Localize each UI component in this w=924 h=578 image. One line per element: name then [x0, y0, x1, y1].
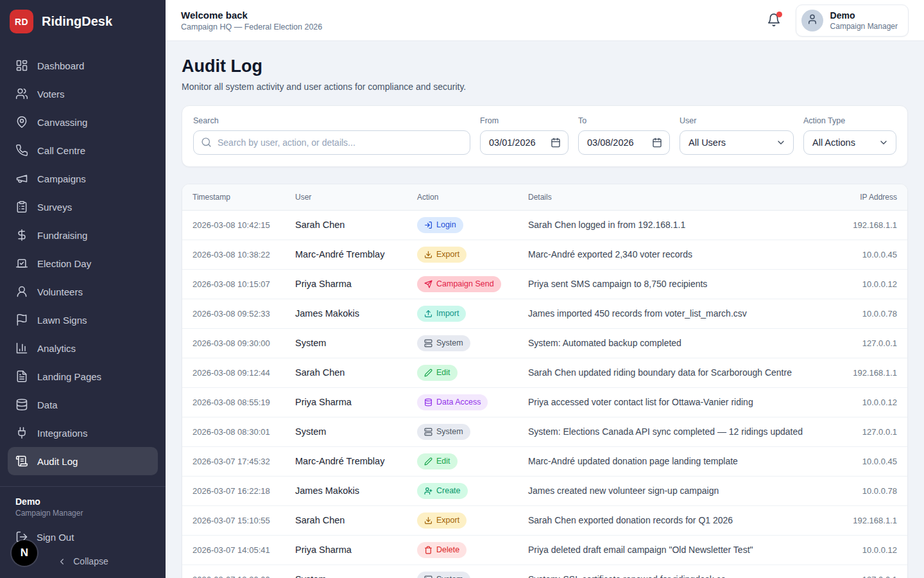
- user-cell: System: [285, 328, 407, 358]
- timestamp-cell: 2026-03-07 13:30:00: [182, 565, 285, 578]
- ip-cell: 10.0.0.78: [825, 299, 907, 328]
- user-cell: Sarah Chen: [285, 358, 407, 387]
- action-cell: System: [407, 565, 518, 578]
- ip-cell: 10.0.0.12: [825, 387, 907, 417]
- dev-tools-badge[interactable]: N: [12, 540, 37, 566]
- sidebar-item-label: Analytics: [37, 343, 76, 354]
- to-date-input[interactable]: 03/08/2026: [578, 130, 670, 155]
- from-date-value: 03/01/2026: [489, 137, 536, 148]
- table-row: 2026-03-08 09:30:00SystemSystemSystem: A…: [182, 328, 907, 358]
- sidebar-item-voters[interactable]: Voters: [8, 80, 158, 108]
- action-cell: Edit: [407, 358, 518, 387]
- user-cell: Sarah Chen: [285, 210, 407, 240]
- sidebar-item-lawn-signs[interactable]: Lawn Signs: [8, 306, 158, 334]
- action-badge-label: Export: [436, 250, 459, 259]
- details-cell: James imported 450 records from voter_li…: [518, 299, 825, 328]
- action-cell: Campaign Send: [407, 269, 518, 299]
- sign-out-button[interactable]: Sign Out: [15, 530, 150, 543]
- action-cell: Login: [407, 210, 518, 240]
- action-cell: Create: [407, 476, 518, 505]
- ip-cell: 10.0.0.45: [825, 240, 907, 269]
- sidebar-item-label: Landing Pages: [37, 371, 101, 382]
- timestamp-cell: 2026-03-08 10:15:07: [182, 269, 285, 299]
- search-icon: [201, 137, 212, 148]
- user-icon: [807, 13, 818, 28]
- sidebar-item-label: Audit Log: [37, 456, 78, 467]
- action-type-value: All Actions: [812, 137, 855, 148]
- user-filter-select[interactable]: All Users: [680, 130, 794, 155]
- sidebar-item-fundraising[interactable]: Fundraising: [8, 221, 158, 249]
- column-header-timestamp: Timestamp: [182, 184, 285, 210]
- page-subtitle: Monitor all system activity and user act…: [182, 82, 908, 92]
- user-cell: Priya Sharma: [285, 387, 407, 417]
- details-cell: System: Automated backup completed: [518, 328, 825, 358]
- action-badge: System: [417, 424, 470, 440]
- action-badge: Delete: [417, 542, 466, 558]
- user-filter-label: User: [680, 116, 794, 125]
- sidebar-item-analytics[interactable]: Analytics: [8, 334, 158, 362]
- action-badge: Edit: [417, 365, 458, 381]
- notifications-button[interactable]: [766, 13, 782, 28]
- search-input[interactable]: [193, 130, 470, 155]
- bar-chart-icon: [15, 342, 28, 355]
- from-date-input[interactable]: 03/01/2026: [480, 130, 569, 155]
- ip-cell: 127.0.0.1: [825, 328, 907, 358]
- download-icon: [424, 516, 432, 525]
- action-type-select[interactable]: All Actions: [803, 130, 896, 155]
- sidebar-item-label: Voters: [37, 89, 65, 100]
- sidebar-item-data[interactable]: Data: [8, 390, 158, 419]
- user-cell: James Makokis: [285, 476, 407, 505]
- sidebar-item-campaigns[interactable]: Campaigns: [8, 164, 158, 193]
- to-label: To: [578, 116, 670, 125]
- details-cell: System: SSL certificate renewed for ridi…: [518, 565, 825, 578]
- user-filter-group: User All Users: [680, 116, 794, 155]
- action-badge: Campaign Send: [417, 276, 501, 292]
- calendar-icon: [551, 137, 561, 148]
- sidebar-item-call-centre[interactable]: Call Centre: [8, 136, 158, 164]
- sidebar-item-dashboard[interactable]: Dashboard: [8, 51, 158, 80]
- action-cell: Edit: [407, 446, 518, 476]
- details-cell: Marc-André updated donation page landing…: [518, 446, 825, 476]
- ip-cell: 192.168.1.1: [825, 358, 907, 387]
- chevron-left-icon: [57, 557, 67, 566]
- sidebar-item-landing-pages[interactable]: Landing Pages: [8, 362, 158, 390]
- timestamp-cell: 2026-03-08 08:30:01: [182, 417, 285, 446]
- details-cell: Marc-André exported 2,340 voter records: [518, 240, 825, 269]
- action-badge: Import: [417, 306, 466, 322]
- sidebar-item-canvassing[interactable]: Canvassing: [8, 108, 158, 136]
- table-row: 2026-03-07 16:22:18James MakokisCreateJa…: [182, 476, 907, 505]
- sidebar-user-name: Demo: [15, 496, 150, 507]
- phone-icon: [15, 144, 28, 157]
- action-cell: Import: [407, 299, 518, 328]
- sidebar-item-election-day[interactable]: Election Day: [8, 249, 158, 277]
- timestamp-cell: 2026-03-07 17:45:32: [182, 446, 285, 476]
- action-badge-label: Import: [436, 309, 459, 318]
- audit-table-card: Timestamp User Action Details IP Address…: [182, 184, 908, 578]
- timestamp-cell: 2026-03-07 16:22:18: [182, 476, 285, 505]
- sidebar-item-audit-log[interactable]: Audit Log: [8, 447, 158, 475]
- action-badge-label: Export: [436, 516, 459, 525]
- sidebar-item-surveys[interactable]: Surveys: [8, 193, 158, 221]
- pencil-icon: [424, 369, 432, 377]
- table-row: 2026-03-07 14:05:41Priya SharmaDeletePri…: [182, 535, 907, 565]
- timestamp-cell: 2026-03-07 15:10:55: [182, 505, 285, 535]
- action-badge-label: Create: [436, 486, 461, 495]
- user-menu[interactable]: Demo Campaign Manager: [796, 4, 909, 37]
- map-pin-icon: [15, 116, 28, 128]
- table-row: 2026-03-07 15:10:55Sarah ChenExportSarah…: [182, 505, 907, 535]
- database-icon: [424, 398, 432, 407]
- action-badge: Export: [417, 512, 466, 529]
- file-text-icon: [15, 370, 28, 383]
- database-icon: [15, 398, 28, 411]
- trash-icon: [424, 546, 432, 554]
- welcome-subtitle: Campaign HQ — Federal Election 2026: [181, 22, 322, 31]
- sidebar-item-volunteers[interactable]: Volunteers: [8, 277, 158, 306]
- details-cell: Sarah Chen logged in from 192.168.1.1: [518, 210, 825, 240]
- action-badge-label: Login: [436, 220, 456, 229]
- timestamp-cell: 2026-03-08 10:38:22: [182, 240, 285, 269]
- user-cell: Priya Sharma: [285, 269, 407, 299]
- sidebar-item-label: Canvassing: [37, 117, 87, 128]
- flag-icon: [15, 313, 28, 326]
- calendar-icon: [652, 137, 662, 148]
- sidebar-item-integrations[interactable]: Integrations: [8, 419, 158, 447]
